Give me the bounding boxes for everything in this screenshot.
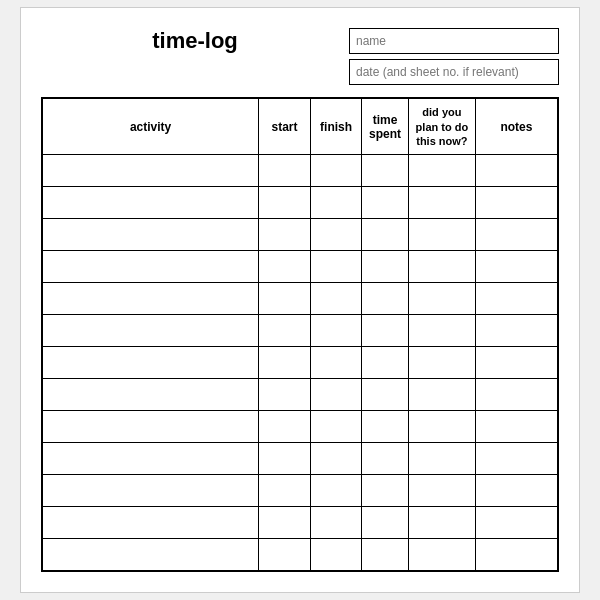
data-cell[interactable]	[310, 283, 362, 315]
data-cell[interactable]	[310, 379, 362, 411]
table-row	[42, 411, 558, 443]
data-cell[interactable]	[42, 283, 259, 315]
data-cell[interactable]	[42, 507, 259, 539]
data-cell[interactable]	[362, 251, 408, 283]
data-cell[interactable]	[310, 315, 362, 347]
data-cell[interactable]	[408, 507, 475, 539]
data-cell[interactable]	[259, 443, 311, 475]
data-cell[interactable]	[408, 475, 475, 507]
date-input[interactable]	[349, 59, 559, 85]
data-cell[interactable]	[259, 155, 311, 187]
data-cell[interactable]	[310, 411, 362, 443]
col-header-start: start	[259, 98, 311, 154]
data-cell[interactable]	[408, 379, 475, 411]
data-cell[interactable]	[475, 539, 558, 571]
data-cell[interactable]	[408, 315, 475, 347]
time-log-table: activity start finish time spent did you…	[41, 97, 559, 571]
data-cell[interactable]	[310, 187, 362, 219]
data-cell[interactable]	[408, 411, 475, 443]
data-cell[interactable]	[310, 347, 362, 379]
data-cell[interactable]	[42, 539, 259, 571]
data-cell[interactable]	[42, 251, 259, 283]
table-row	[42, 219, 558, 251]
data-cell[interactable]	[42, 219, 259, 251]
data-cell[interactable]	[408, 187, 475, 219]
table-row	[42, 379, 558, 411]
data-cell[interactable]	[408, 443, 475, 475]
table-row	[42, 347, 558, 379]
data-cell[interactable]	[362, 507, 408, 539]
data-cell[interactable]	[408, 219, 475, 251]
data-cell[interactable]	[259, 507, 311, 539]
data-cell[interactable]	[310, 219, 362, 251]
table-row	[42, 539, 558, 571]
data-cell[interactable]	[259, 283, 311, 315]
data-cell[interactable]	[259, 187, 311, 219]
data-cell[interactable]	[42, 315, 259, 347]
data-cell[interactable]	[475, 475, 558, 507]
table-row	[42, 155, 558, 187]
table-row	[42, 475, 558, 507]
data-cell[interactable]	[475, 379, 558, 411]
data-cell[interactable]	[42, 379, 259, 411]
data-cell[interactable]	[475, 283, 558, 315]
data-cell[interactable]	[408, 251, 475, 283]
data-cell[interactable]	[475, 219, 558, 251]
data-cell[interactable]	[362, 443, 408, 475]
data-cell[interactable]	[362, 155, 408, 187]
data-cell[interactable]	[42, 155, 259, 187]
data-cell[interactable]	[259, 539, 311, 571]
data-cell[interactable]	[259, 475, 311, 507]
data-cell[interactable]	[42, 347, 259, 379]
header-row: activity start finish time spent did you…	[42, 98, 558, 154]
header: time-log	[41, 28, 559, 85]
data-cell[interactable]	[362, 187, 408, 219]
data-cell[interactable]	[362, 347, 408, 379]
data-cell[interactable]	[259, 315, 311, 347]
data-cell[interactable]	[310, 539, 362, 571]
form-fields	[349, 28, 559, 85]
data-cell[interactable]	[362, 539, 408, 571]
data-cell[interactable]	[362, 283, 408, 315]
data-cell[interactable]	[259, 251, 311, 283]
data-cell[interactable]	[475, 443, 558, 475]
data-cell[interactable]	[475, 315, 558, 347]
data-cell[interactable]	[42, 475, 259, 507]
data-cell[interactable]	[362, 315, 408, 347]
table-row	[42, 315, 558, 347]
data-cell[interactable]	[475, 411, 558, 443]
data-cell[interactable]	[408, 539, 475, 571]
data-cell[interactable]	[259, 219, 311, 251]
data-cell[interactable]	[310, 443, 362, 475]
col-header-finish: finish	[310, 98, 362, 154]
data-cell[interactable]	[310, 251, 362, 283]
data-cell[interactable]	[475, 155, 558, 187]
data-cell[interactable]	[310, 507, 362, 539]
data-cell[interactable]	[362, 219, 408, 251]
data-cell[interactable]	[42, 443, 259, 475]
data-cell[interactable]	[259, 379, 311, 411]
data-cell[interactable]	[408, 347, 475, 379]
data-cell[interactable]	[362, 379, 408, 411]
name-input[interactable]	[349, 28, 559, 54]
data-cell[interactable]	[362, 411, 408, 443]
data-cell[interactable]	[310, 155, 362, 187]
data-cell[interactable]	[408, 155, 475, 187]
data-cell[interactable]	[475, 187, 558, 219]
data-cell[interactable]	[362, 475, 408, 507]
col-header-plan: did you plan to do this now?	[408, 98, 475, 154]
data-cell[interactable]	[259, 347, 311, 379]
data-cell[interactable]	[475, 347, 558, 379]
data-cell[interactable]	[475, 251, 558, 283]
page-container: time-log activity start finish time spen…	[20, 7, 580, 592]
col-header-activity: activity	[42, 98, 259, 154]
data-cell[interactable]	[42, 187, 259, 219]
data-cell[interactable]	[42, 411, 259, 443]
data-cell[interactable]	[475, 507, 558, 539]
table-row	[42, 283, 558, 315]
data-cell[interactable]	[310, 475, 362, 507]
col-header-notes: notes	[475, 98, 558, 154]
table-row	[42, 187, 558, 219]
data-cell[interactable]	[408, 283, 475, 315]
data-cell[interactable]	[259, 411, 311, 443]
